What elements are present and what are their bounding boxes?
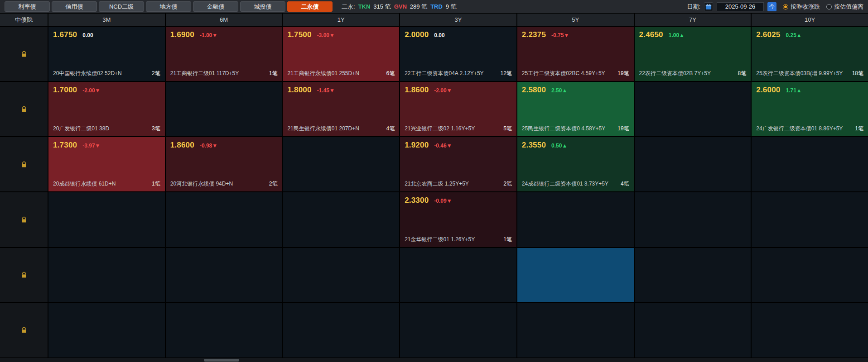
empty-cell[interactable] [635,303,751,357]
bond-cell[interactable]: 2.35500.50▲24成都银行二级资本债01 3.73Y+5Y4笔 [517,137,634,191]
bond-change: 1.71▲ [786,87,801,94]
empty-cell[interactable] [400,303,516,357]
row-lock-cell[interactable] [0,27,48,81]
bond-change: 0.00 [434,32,444,38]
bond-change: -2.00▼ [434,87,452,94]
bond-change: 1.00▲ [669,32,685,38]
empty-cell[interactable] [283,303,399,357]
empty-cell[interactable] [635,192,751,247]
bond-cell[interactable]: 1.8000-1.45▼21民生银行永续债01 207D+N4笔 [283,82,399,136]
column-header-7y[interactable]: 7Y [635,14,751,26]
empty-cell[interactable] [635,248,751,302]
horizontal-scrollbar[interactable] [0,357,868,362]
empty-cell[interactable] [517,303,634,357]
bond-yield: 1.6750 [53,30,77,39]
radio-label: 按昨收涨跌 [791,3,820,11]
column-header-3m[interactable]: 3M [48,14,165,26]
empty-cell[interactable] [752,303,868,357]
empty-cell[interactable] [48,192,165,247]
column-header-1y[interactable]: 1Y [283,14,399,26]
stat-gvn-count: 289 笔 [410,3,427,11]
column-header-3y[interactable]: 3Y [400,14,516,26]
tab-local-gov-bonds[interactable]: 地方债 [146,1,191,12]
column-header-5y[interactable]: 5Y [517,14,634,26]
bond-cell[interactable]: 2.00000.0022工行二级资本债04A 2.12Y+5Y12笔 [400,27,516,81]
date-input[interactable]: 2025-09-26 [717,2,764,11]
empty-cell[interactable] [283,192,399,247]
empty-cell[interactable] [48,248,165,302]
corner-header: 中债隐 [0,14,48,26]
bond-cell[interactable]: 2.60001.71▲24广发银行二级资本债01 8.86Y+5Y1笔 [752,82,868,136]
empty-cell[interactable] [400,248,516,302]
scrollbar-thumb[interactable] [204,359,239,362]
row-lock-cell[interactable] [0,248,48,302]
empty-cell[interactable] [48,303,165,357]
bond-change: 0.25▲ [786,32,801,38]
selected-cell[interactable] [517,248,634,302]
stats-prefix: 二永: [342,3,355,11]
bond-name: 20中国银行永续债02 52D+N [53,70,122,77]
market-stats: 二永: TKN 315 笔 GVN 289 笔 TRD 9 笔 [342,3,457,11]
tab-urban-investment-bonds[interactable]: 城投债 [240,1,285,12]
bond-cell[interactable]: 1.7000-2.00▼20广发银行二级01 38D3笔 [48,82,165,136]
tab-perpetual-tier2-bonds[interactable]: 二永债 [287,1,333,12]
bond-cell[interactable]: 2.46501.00▲22农行二级资本债02B 7Y+5Y8笔 [635,27,751,81]
calendar-button[interactable] [704,2,713,11]
bond-cell[interactable]: 1.8600-2.00▼21兴业银行二级02 1.16Y+5Y5笔 [400,82,516,136]
empty-cell[interactable] [166,82,282,136]
bond-cell[interactable]: 2.58002.50▲25民生银行二级资本债0 4.58Y+5Y19笔 [517,82,634,136]
tab-credit-bonds[interactable]: 信用债 [52,1,97,12]
bond-cell[interactable]: 1.6900-1.00▼21工商银行二级01 117D+5Y1笔 [166,27,282,81]
bond-cell[interactable]: 1.7300-3.97▼20成都银行永续债 61D+N1笔 [48,137,165,191]
empty-cell[interactable] [283,248,399,302]
calendar-icon [705,4,712,10]
stat-trd-code: TRD [430,3,443,10]
bond-cell[interactable]: 1.67500.0020中国银行永续债02 52D+N2笔 [48,27,165,81]
trade-count: 2笔 [152,70,160,77]
empty-cell[interactable] [166,303,282,357]
trade-count: 6笔 [386,70,395,77]
row-lock-cell[interactable] [0,303,48,357]
radio-dot-icon [826,4,832,10]
tab-interest-rate-bonds[interactable]: 利率债 [5,1,50,12]
tab-financial-bonds[interactable]: 金融债 [193,1,238,12]
today-button[interactable]: 今 [767,2,776,11]
empty-cell[interactable] [752,248,868,302]
trade-count: 2笔 [503,180,512,188]
empty-cell[interactable] [635,82,751,136]
bond-cell[interactable]: 2.2375-0.75▼25工行二级资本债02BC 4.59Y+5Y19笔 [517,27,634,81]
row-lock-cell[interactable] [0,82,48,136]
trade-count: 19笔 [617,70,629,77]
row-lock-cell[interactable] [0,137,48,191]
bond-cell[interactable]: 1.9200-0.46▼21北京农商二级 1.25Y+5Y2笔 [400,137,516,191]
tab-ncd-secondary[interactable]: NCD二级 [99,1,144,12]
empty-cell[interactable] [635,137,751,191]
row-lock-cell[interactable] [0,192,48,247]
empty-cell[interactable] [166,248,282,302]
bond-name: 21兴业银行二级02 1.16Y+5Y [405,125,475,133]
top-toolbar: 利率债 信用债 NCD二级 地方债 金融债 城投债 二永债 二永: TKN 31… [0,0,868,14]
bond-change: -3.97▼ [82,143,100,149]
bond-grid: 中债隐 3M 6M 1Y 3Y 5Y 7Y 10Y 1.67500.0020中国… [0,14,868,357]
column-header-10y[interactable]: 10Y [752,14,868,26]
bond-cell[interactable]: 1.7500-3.00▼21工商银行永续债01 255D+N6笔 [283,27,399,81]
bond-cell[interactable]: 2.3300-0.09▼21金华银行二级01 1.26Y+5Y1笔 [400,192,516,247]
lock-icon [21,51,27,57]
bond-name: 21北京农商二级 1.25Y+5Y [405,180,469,188]
empty-cell[interactable] [283,137,399,191]
lock-icon [21,327,27,333]
column-header-6m[interactable]: 6M [166,14,282,26]
bond-name: 22农行二级资本债02B 7Y+5Y [639,70,711,77]
empty-cell[interactable] [166,192,282,247]
bond-cell[interactable]: 2.60250.25▲25农行二级资本债03B(增 9.99Y+5Y18笔 [752,27,868,81]
bond-name: 25工行二级资本债02BC 4.59Y+5Y [522,70,605,77]
bond-yield: 2.3300 [405,196,429,205]
bond-change: -0.46▼ [434,143,452,149]
bond-cell[interactable]: 1.8600-0.98▼20河北银行永续债 94D+N2笔 [166,137,282,191]
trade-count: 2笔 [269,180,278,188]
empty-cell[interactable] [752,137,868,191]
empty-cell[interactable] [752,192,868,247]
radio-option-valuation-deviation[interactable]: 按估值偏离 [826,3,863,11]
empty-cell[interactable] [517,192,634,247]
radio-option-prev-close[interactable]: 按昨收涨跌 [783,3,820,11]
